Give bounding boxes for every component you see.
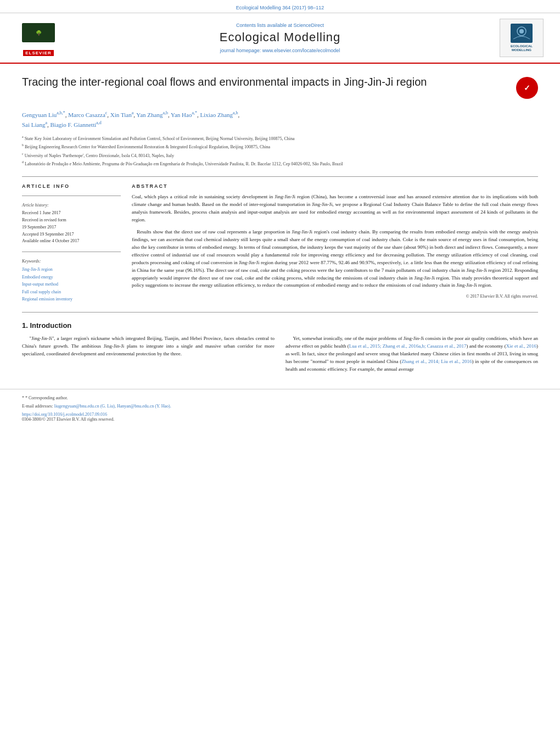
affil-c: c University of Naples 'Parthenope', Cen…	[22, 152, 538, 159]
ref-zhang[interactable]: Zhang et al., 2014; Liu et al., 2016	[401, 359, 472, 364]
title-section: Tracing the inter-regional coal flows an…	[22, 75, 538, 103]
history-label: Article history:	[22, 203, 121, 208]
accepted-date: Accepted 19 September 2017	[22, 231, 121, 238]
svg-text:🌳: 🌳	[36, 30, 42, 36]
corresp-label: * Corresponding author.	[25, 395, 68, 400]
intro-body-right: Yet, somewhat ironically, one of the maj…	[285, 335, 538, 373]
article-content: Tracing the inter-regional coal flows an…	[0, 64, 560, 389]
svg-point-4	[519, 29, 524, 34]
abstract-para-2: Results show that the direct use of raw …	[132, 228, 538, 290]
sciencedirect-link[interactable]: ScienceDirect	[294, 23, 324, 28]
abstract-col: ABSTRACT Coal, which plays a critical ro…	[132, 183, 538, 303]
affil-b: b Beijing Engineering Research Center fo…	[22, 143, 538, 150]
contents-text: Contents lists available at	[236, 23, 292, 28]
received-revised-label: Received in revised form	[22, 217, 121, 224]
divider-1	[22, 176, 538, 177]
email-addresses[interactable]: liugengyuan@bnu.edu.cn (G. Liu), Hanyan@…	[54, 404, 171, 409]
available-date: Available online 4 October 2017	[22, 238, 121, 245]
homepage-link[interactable]: www.elsevier.com/locate/ecolmodel	[262, 48, 340, 53]
divider-keywords	[22, 252, 121, 252]
eco-logo-text: ECOLOGICALMODELLING	[511, 44, 533, 52]
homepage-text: journal homepage:	[220, 48, 261, 53]
article-footer: * * Corresponding author. E-mail address…	[0, 389, 560, 427]
license-line: 0304-3800/© 2017 Elsevier B.V. All right…	[22, 417, 538, 422]
intro-body-left: "Jing-Jin-Ji", a larger region's nicknam…	[22, 335, 275, 358]
keyword-4[interactable]: Full coal supply chain	[22, 288, 121, 296]
author-xin: Xin Tian	[110, 111, 132, 118]
ref-xie[interactable]: Xie et al., 2016	[506, 343, 536, 349]
intro-para-1: "Jing-Jin-Ji", a larger region's nicknam…	[22, 335, 275, 358]
homepage-line: journal homepage: www.elsevier.com/locat…	[60, 48, 500, 53]
intro-number: 1.	[22, 321, 28, 330]
author-yan-hao: Yan Hao	[171, 111, 192, 118]
author-gengyuan: Gengyuan Liu	[22, 111, 57, 118]
intro-title: 1. Introduction	[22, 321, 538, 330]
journal-header-top: Ecological Modelling 364 (2017) 98–112	[0, 0, 560, 13]
introduction-section: 1. Introduction "Jing-Jin-Ji", a larger …	[22, 321, 538, 378]
elsevier-label: ELSEVIER	[23, 50, 54, 56]
affil-a: a State Key Joint Laboratory of Environm…	[22, 135, 538, 142]
affiliations: a State Key Joint Laboratory of Environm…	[22, 135, 538, 168]
keyword-2[interactable]: Embodied energy	[22, 274, 121, 281]
intro-left-col: "Jing-Jin-Ji", a larger region's nicknam…	[22, 335, 275, 378]
ref-lua[interactable]: Lua et al., 2015; Zhang et al., 2016a,b;…	[349, 343, 467, 349]
elsevier-tree-icon: 🌳	[16, 20, 60, 48]
ecological-modelling-logo: ECOLOGICALMODELLING	[500, 19, 544, 57]
article-info-col: ARTICLE INFO Article history: Received 1…	[22, 183, 121, 303]
author-lixiao: Lixiao Zhang	[200, 111, 233, 118]
contents-line: Contents lists available at ScienceDirec…	[60, 23, 500, 28]
svg-text:✓: ✓	[524, 83, 530, 92]
email-note: E-mail addresses: liugengyuan@bnu.edu.cn…	[22, 403, 538, 410]
terms-word: terms	[185, 244, 196, 250]
authors: Gengyuan Liua,b,*, Marco Casazzac, Xin T…	[22, 110, 538, 130]
intro-label: Introduction	[30, 321, 71, 330]
intro-para-right-1: Yet, somewhat ironically, one of the maj…	[285, 335, 538, 373]
article-title: Tracing the inter-regional coal flows an…	[22, 75, 427, 89]
intro-right-col: Yet, somewhat ironically, one of the maj…	[285, 335, 538, 378]
received-revised-date: 19 September 2017	[22, 224, 121, 231]
abstract-header: ABSTRACT	[132, 183, 538, 189]
keyword-3[interactable]: Input-output method	[22, 281, 121, 288]
elsevier-logo-area: 🌳 ELSEVIER	[16, 20, 60, 56]
divider-info	[22, 196, 121, 196]
keywords-list: Jing-Jin-Ji region Embodied energy Input…	[22, 266, 121, 303]
corresp-note: * * Corresponding author.	[22, 395, 538, 401]
keyword-5[interactable]: Regional emission inventory	[22, 295, 121, 303]
author-marco: Marco Casazza	[68, 111, 105, 118]
affil-d: d Laboratório de Produção e Meio Ambient…	[22, 160, 538, 168]
keyword-1[interactable]: Jing-Jin-Ji region	[22, 266, 121, 274]
journal-center: Contents lists available at ScienceDirec…	[60, 23, 500, 53]
history-dates: Received 1 June 2017 Received in revised…	[22, 210, 121, 245]
doi-line[interactable]: https://doi.org/10.1016/j.ecolmodel.2017…	[22, 412, 538, 417]
doi-text[interactable]: https://doi.org/10.1016/j.ecolmodel.2017…	[22, 412, 107, 417]
journal-header-main: 🌳 ELSEVIER Contents lists available at S…	[0, 13, 560, 64]
author-biagio: Biagio F. Giannetti	[51, 121, 97, 128]
email-label: E-mail addresses:	[22, 404, 53, 409]
keywords-section: Keywords: Jing-Jin-Ji region Embodied en…	[22, 259, 121, 303]
page-wrapper: Ecological Modelling 364 (2017) 98–112 🌳…	[0, 0, 560, 742]
journal-title: Ecological Modelling	[60, 30, 500, 44]
crossmark-badge[interactable]: ✓	[516, 77, 538, 99]
info-abstract-columns: ARTICLE INFO Article history: Received 1…	[22, 183, 538, 303]
eco-model-icon	[511, 24, 533, 43]
crossmark-icon: ✓	[519, 80, 535, 96]
copyright: © 2017 Elsevier B.V. All rights reserved…	[132, 294, 538, 299]
author-sai: Sai Liang	[22, 121, 45, 128]
intro-columns: "Jing-Jin-Ji", a larger region's nicknam…	[22, 335, 538, 378]
journal-ref: Ecological Modelling 364 (2017) 98–112	[236, 5, 324, 10]
abstract-text: Coal, which plays a critical role in sus…	[132, 193, 538, 289]
article-info-header: ARTICLE INFO	[22, 183, 121, 189]
abstract-para-1: Coal, which plays a critical role in sus…	[132, 193, 538, 224]
author-yan-zhang: Yan Zhang	[136, 111, 163, 118]
divider-2	[22, 312, 538, 313]
keywords-label: Keywords:	[22, 259, 121, 264]
received-date: Received 1 June 2017	[22, 210, 121, 217]
